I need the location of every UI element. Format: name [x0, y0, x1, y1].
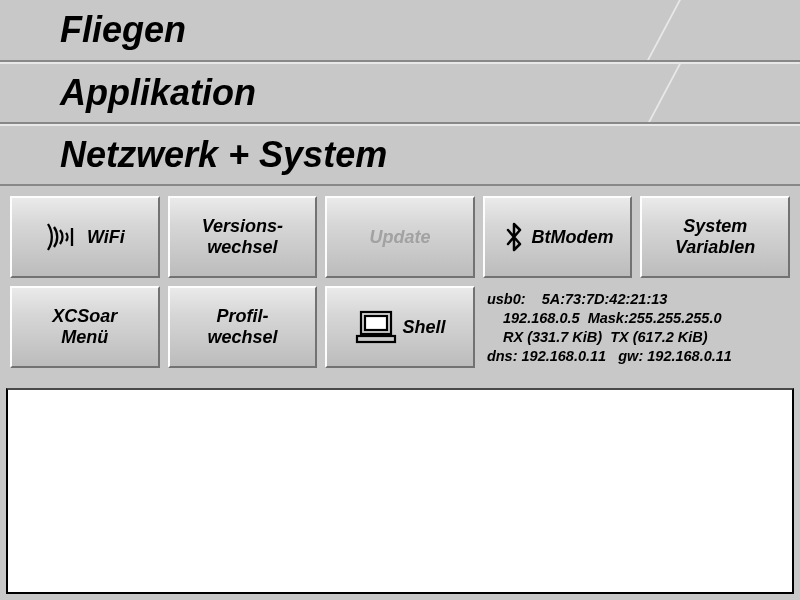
xcsoar-menu-button[interactable]: XCSoar Menü: [10, 286, 160, 368]
shell-label: Shell: [403, 317, 446, 338]
button-panel: WiFi Versions- wechsel Update BtModem Sy…: [0, 186, 800, 372]
shell-button[interactable]: Shell: [325, 286, 475, 368]
network-rx-tx: RX (331.7 KiB) TX (617.2 KiB): [487, 328, 788, 347]
wifi-button[interactable]: WiFi: [10, 196, 160, 278]
network-info-panel: usb0: 5A:73:7D:42:21:13 192.168.0.5 Mask…: [483, 286, 790, 368]
profile-switch-label: Profil- wechsel: [207, 306, 277, 347]
nav-label-netzwerk: Netzwerk + System: [0, 134, 387, 176]
xcsoar-menu-label: XCSoar Menü: [52, 306, 117, 347]
network-ip-mask: 192.168.0.5 Mask:255.255.255.0: [487, 309, 788, 328]
svg-rect-3: [357, 336, 395, 342]
log-panel: [6, 388, 794, 594]
system-variables-button[interactable]: System Variablen: [640, 196, 790, 278]
network-dns-gw: dns: 192.168.0.11 gw: 192.168.0.11: [487, 347, 788, 366]
nav-item-fliegen[interactable]: Fliegen: [0, 0, 800, 62]
bluetooth-icon: [502, 222, 526, 252]
update-button: Update: [325, 196, 475, 278]
nav-label-applikation: Applikation: [0, 72, 256, 114]
btmodem-label: BtModem: [532, 227, 614, 248]
nav-tab-decoration: [648, 62, 800, 122]
btmodem-button[interactable]: BtModem: [483, 196, 633, 278]
nav-tab-decoration: [647, 0, 800, 60]
wifi-label: WiFi: [87, 227, 125, 248]
profile-switch-button[interactable]: Profil- wechsel: [168, 286, 318, 368]
system-variables-label: System Variablen: [675, 216, 755, 257]
network-iface-mac: usb0: 5A:73:7D:42:21:13: [487, 290, 788, 309]
terminal-icon: [355, 308, 397, 346]
nav-label-fliegen: Fliegen: [0, 9, 186, 51]
version-switch-button[interactable]: Versions- wechsel: [168, 196, 318, 278]
nav-item-netzwerk-system[interactable]: Netzwerk + System: [0, 124, 800, 186]
wifi-icon: [45, 219, 81, 255]
svg-rect-2: [365, 316, 387, 330]
version-switch-label: Versions- wechsel: [202, 216, 283, 257]
nav-item-applikation[interactable]: Applikation: [0, 62, 800, 124]
update-label: Update: [369, 227, 430, 248]
